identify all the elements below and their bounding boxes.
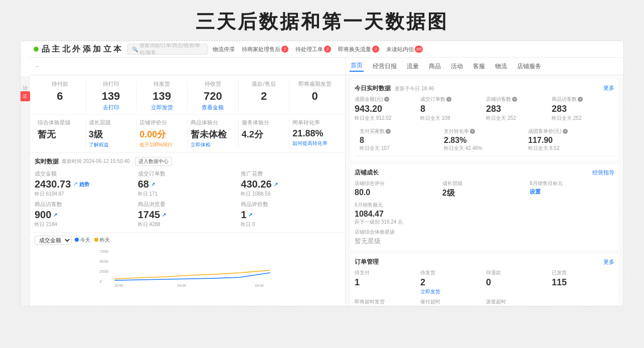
workorder-label: 待处理工单 — [295, 46, 323, 53]
support-row: 支付买家数 ? 8 昨日全天 107 支付转化率 ? 2.83% — [355, 125, 614, 156]
left-sidebar: 治 店 — [21, 76, 30, 306]
growth-more[interactable]: 经营指导 — [592, 169, 614, 177]
realtime-btn[interactable]: 进入数据中心 — [135, 157, 172, 166]
page-title: 三天后数据和第一天数据图 — [0, 9, 644, 35]
nav-item-traffic[interactable]: 即将换失流量 2 — [336, 46, 381, 53]
right-panel: 今日实时数据 更新于今日 18:46 更多 成团金额(元) ? 943.20 — [346, 75, 623, 306]
growth-set-link[interactable]: 设置 — [530, 188, 614, 196]
order-item-3: 已发货 115 — [552, 269, 614, 295]
today-item-2: 店铺访客数 ? 283 昨日全天 252 — [486, 96, 549, 122]
tab-products[interactable]: 商品 — [428, 62, 442, 71]
info-icon-2[interactable]: ? — [512, 97, 517, 102]
logo-text: 品 主 北 外 添 加 立 本 — [42, 44, 121, 55]
tab-activities[interactable]: 活动 — [450, 62, 464, 71]
legend-yesterday-dot — [94, 238, 98, 242]
stat-link-1[interactable]: 去打印 — [88, 104, 134, 111]
score-overall: 综合体验星级 暂无 — [35, 119, 86, 148]
rt-sub-5: 昨日 0 — [241, 221, 340, 228]
nav-item-messages[interactable]: 未读站内信 68 — [384, 46, 425, 53]
trend-icon-3[interactable]: ↗ — [53, 212, 57, 218]
tab-store-service[interactable]: 店铺服务 — [516, 62, 542, 71]
score-label-3: 商品体验分 — [191, 119, 235, 126]
trend-icon-1[interactable]: ↗ — [151, 182, 155, 187]
stat-label-0: 待付款 — [37, 80, 83, 88]
info-icon-6[interactable]: ? — [563, 129, 568, 134]
score-sub-5[interactable]: 如何提高转化率 — [292, 140, 337, 147]
info-icon-0[interactable]: ? — [384, 97, 389, 102]
score-value-0: 暂无 — [38, 128, 82, 140]
stat-link-2[interactable]: 立即发货 — [138, 104, 185, 111]
order-item-r2-0: 即将超时发货 0 — [355, 298, 417, 306]
chart-legend: 今天 昨天 — [75, 237, 110, 244]
sp-label-2: 成团客单价(元) ? — [528, 128, 609, 135]
left-panel: 待付款 6 待打印 139 去打印 待发货 139 立即发货 待收货 — [30, 75, 346, 306]
score-sub-2[interactable]: 低于100%同行 — [139, 141, 184, 148]
rt-value-2: 430.26 ↗ — [241, 179, 340, 190]
star-value: 暂无星级 — [355, 237, 614, 246]
stat-label-4: 退款/售后 — [241, 80, 287, 88]
nav-item-logistics[interactable]: 物流停滞 — [211, 46, 237, 53]
search-placeholder: 搜索功能/订单/商品/视测/单机/服务 — [139, 42, 203, 56]
messages-label: 未读站内信 — [386, 46, 414, 53]
rt-value-4: 1745 ↗ — [138, 209, 237, 221]
score-sub-1[interactable]: 了解权益 — [89, 141, 133, 148]
rt-visitors: 商品访客数 900 ↗ 昨日 2184 — [35, 201, 134, 228]
legend-today: 今天 — [80, 237, 90, 243]
svg-text:04:00: 04:00 — [178, 284, 187, 287]
sp-value-0: 8 — [360, 136, 441, 145]
growth-label-2: 6月销售目标元 — [530, 180, 614, 187]
order-link-1[interactable]: 立即发货 — [420, 288, 483, 295]
order-mgmt-more[interactable]: 更多 — [603, 258, 614, 266]
tab-report[interactable]: 经营日报 — [372, 62, 398, 71]
tab-customer[interactable]: 客服 — [472, 62, 486, 71]
trend-icon-5[interactable]: ↗ — [248, 212, 252, 218]
second-navbar: ← 首页 经营日报 流量 商品 活动 客服 物流 店铺服务 — [30, 58, 623, 75]
rt-sub-2: 昨日 1088.59 — [241, 191, 340, 198]
nav-item-aftersale[interactable]: 待商家处理售后 2 — [240, 46, 290, 53]
svg-text:7500: 7500 — [100, 249, 109, 254]
order-item-2: 待退款 0 — [486, 269, 549, 295]
info-icon-4[interactable]: ? — [386, 129, 391, 134]
chart-select[interactable]: 成交金额 — [35, 236, 72, 245]
stat-link-3[interactable]: 查看金额 — [190, 104, 236, 111]
order-item-r2-1: 催付超时 0 — [420, 298, 483, 306]
score-sub-3[interactable]: 立即体检 — [191, 141, 235, 148]
tab-home[interactable]: 首页 — [350, 61, 364, 72]
rt-orders: 成交订单数 68 ↗ 昨日 171 — [138, 170, 237, 198]
logistics-label: 物流停滞 — [213, 46, 235, 53]
realtime-title: 实时数据 — [35, 157, 59, 166]
stat-pending-payment: 待付款 6 — [35, 80, 86, 111]
order-mgmt-section: 订单管理 更多 待支付 1 待发货 2 立即发货 — [351, 254, 618, 306]
aftersale-badge: 2 — [281, 46, 288, 53]
sp-value-2: 117.90 — [528, 136, 609, 145]
trend-icon-2[interactable]: ↗ — [274, 182, 278, 187]
legend-yesterday: 昨天 — [100, 237, 110, 243]
score-label-5: 闸单转化率 — [292, 119, 337, 126]
nav-item-workorder[interactable]: 待处理工单 2 — [293, 46, 333, 53]
today-value-3: 283 — [552, 104, 614, 114]
trend-icon-0[interactable]: ↗ 趋势 — [73, 181, 89, 188]
logo-dot — [34, 47, 39, 52]
sp-item-0: 支付买家数 ? 8 昨日全天 107 — [360, 128, 441, 152]
today-item-0: 成团金额(元) ? 943.20 昨日全天 912.02 — [355, 96, 417, 122]
rt-label-1: 成交订单数 — [138, 170, 237, 178]
search-bar[interactable]: 🔍 搜索功能/订单/商品/视测/单机/服务 — [127, 44, 208, 55]
rt-label-4: 商品浏览量 — [138, 201, 237, 208]
score-label-1: 成长层级 — [89, 119, 133, 126]
trend-icon-4[interactable]: ↗ — [162, 212, 166, 218]
today-sub-3: 昨日全天 252 — [552, 115, 614, 122]
info-icon-3[interactable]: ? — [578, 97, 583, 102]
tab-logistics[interactable]: 物流 — [494, 62, 508, 71]
rt-label-3: 商品访客数 — [35, 201, 134, 208]
order-item-1: 待发货 2 立即发货 — [420, 269, 483, 295]
traffic-label: 即将换失流量 — [338, 46, 371, 53]
star-section: 店铺综合体验星级 暂无星级 — [355, 229, 614, 246]
info-icon-1[interactable]: ? — [446, 97, 451, 102]
order-grid-row1: 待支付 1 待发货 2 立即发货 待退款 0 已 — [355, 269, 614, 295]
stat-refund: 退款/售后 2 — [239, 80, 290, 111]
info-icon-5[interactable]: ? — [470, 129, 475, 134]
tab-traffic[interactable]: 流量 — [406, 62, 420, 71]
today-sub-2: 昨日全天 252 — [486, 115, 549, 122]
today-more[interactable]: 更多 — [603, 84, 614, 92]
today-value-2: 283 — [486, 104, 549, 114]
